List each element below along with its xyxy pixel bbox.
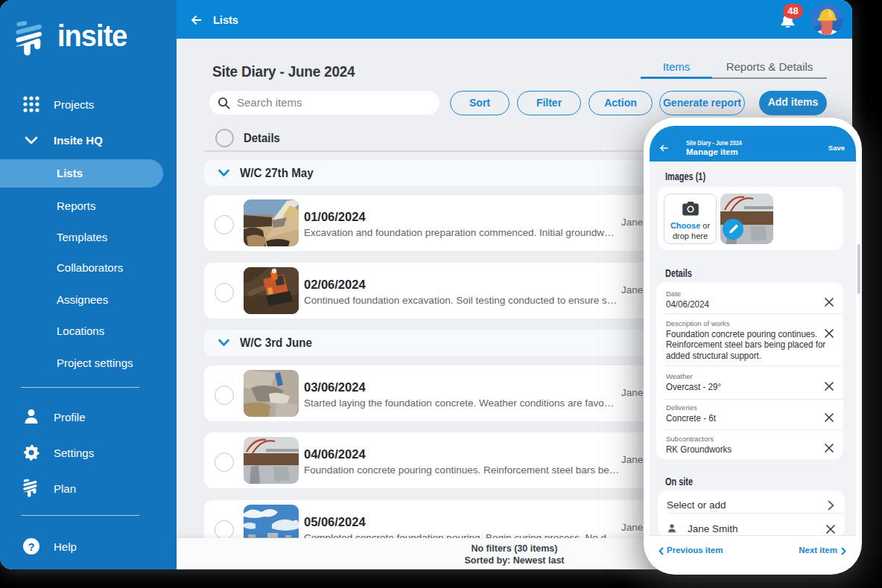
svg-text:?: ?	[28, 540, 34, 553]
